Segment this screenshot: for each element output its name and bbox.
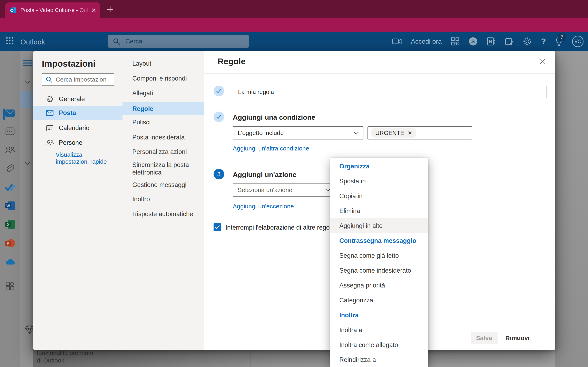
condition-select[interactable]: L'oggetto include (233, 126, 363, 140)
settings-search-input[interactable] (55, 76, 107, 83)
menu-group-organizza: Organizza (330, 159, 428, 174)
stop-processing-checkbox[interactable] (214, 223, 221, 231)
section-inoltro[interactable]: Inoltro (132, 196, 200, 203)
word-icon[interactable]: W (5, 201, 15, 211)
condition-section-label: Aggiungi una condizione (233, 113, 315, 121)
section-risposte-automatiche[interactable]: Risposte automatiche (132, 210, 200, 218)
hamburger-icon[interactable] (23, 60, 33, 66)
menu-item-segna-letto[interactable]: Segna come già letto (330, 248, 428, 263)
menu-item-copia-in[interactable]: Copia in (330, 189, 428, 203)
gear-icon (46, 95, 53, 103)
chevron-down-icon (354, 132, 359, 134)
menu-item-reindirizza-a[interactable]: Reindirizza a (330, 352, 428, 367)
step-number-badge: 3 (214, 169, 224, 179)
powerpoint-icon[interactable]: P (5, 238, 15, 248)
section-layout[interactable]: Layout (132, 60, 200, 67)
settings-dialog: Impostazioni Generale Posta Calendario (33, 51, 555, 350)
chevron-down-icon[interactable] (25, 80, 30, 83)
outlook-wordmark[interactable]: Outlook (20, 38, 45, 46)
new-tab-button[interactable] (106, 5, 114, 13)
rule-name-field[interactable] (233, 86, 547, 98)
section-sincronizza[interactable]: Sincronizza la posta elettronica (132, 161, 200, 176)
section-posta-indesiderata[interactable]: Posta indesiderata (132, 134, 200, 141)
skype-icon[interactable]: S (468, 37, 478, 46)
condition-chip[interactable]: URGENTE (371, 128, 416, 138)
category-label: Persone (59, 139, 82, 146)
selected-folder-dimmed (20, 91, 33, 108)
help-icon[interactable]: ? (541, 37, 546, 46)
section-gestione-messaggi[interactable]: Gestione messaggi (132, 181, 200, 189)
svg-text:P: P (7, 241, 9, 245)
outlook-favicon-icon (9, 6, 17, 14)
sign-in-link[interactable]: Accedi ora (411, 38, 442, 45)
section-personalizza-azioni[interactable]: Personalizza azioni (132, 148, 200, 156)
qr-code-icon[interactable] (451, 37, 459, 46)
menu-item-elimina[interactable]: Elimina (330, 203, 428, 218)
condition-select-value: L'oggetto include (238, 129, 284, 136)
onedrive-icon[interactable] (5, 257, 15, 267)
mail-sections-column: Layout Componi e rispondi Allegati Regol… (122, 51, 204, 350)
close-icon[interactable] (536, 56, 548, 67)
onenote-icon[interactable]: N (487, 37, 496, 46)
rules-title: Regole (218, 57, 246, 66)
addins-icon[interactable] (5, 281, 15, 291)
tab-title: Posta - Video Cultur-e - Outloo (20, 7, 91, 13)
people-icon[interactable] (5, 145, 15, 155)
gear-icon[interactable] (523, 37, 532, 46)
menu-item-inoltra-a[interactable]: Inoltra a (330, 323, 428, 337)
condition-value-field[interactable]: URGENTE (367, 126, 472, 140)
chip-remove-icon[interactable] (408, 131, 412, 135)
add-exception-link[interactable]: Aggiungi un'eccezione (233, 203, 294, 210)
action-select[interactable]: Seleziona un'azione (233, 184, 335, 197)
menu-item-sposta-in[interactable]: Sposta in (330, 174, 428, 189)
section-componi[interactable]: Componi e rispondi (132, 75, 200, 82)
account-avatar[interactable]: VC (572, 36, 584, 47)
rule-name-input[interactable] (238, 89, 524, 96)
todo-icon[interactable] (505, 37, 514, 46)
browser-tab[interactable]: Posta - Video Cultur-e - Outloo (5, 2, 100, 18)
remove-button[interactable]: Rimuovi (502, 332, 533, 344)
settings-category-posta[interactable]: Posta (33, 106, 122, 120)
search-icon (113, 38, 120, 45)
settings-nav-column: Impostazioni Generale Posta Calendario (33, 51, 122, 350)
add-condition-link[interactable]: Aggiungi un'altra condizione (233, 145, 309, 152)
settings-category-calendario[interactable]: Calendario (33, 121, 122, 135)
todo-check-icon[interactable] (5, 182, 15, 192)
section-regole[interactable]: Regole (132, 105, 153, 113)
rail-divider (5, 277, 15, 277)
action-section-label: Aggiungi un'azione (233, 171, 296, 179)
tab-close-icon[interactable] (91, 8, 96, 13)
meet-camera-icon[interactable] (392, 37, 402, 45)
category-label: Calendario (59, 124, 89, 132)
settings-search-box[interactable] (42, 73, 114, 86)
page-right-dimmed (555, 51, 588, 367)
header-search-box[interactable]: Cerca (108, 35, 249, 48)
excel-icon[interactable]: X (5, 219, 15, 230)
header-actions: Accedi ora S N ? 7 VC (392, 34, 584, 49)
category-label: Posta (59, 109, 76, 117)
settings-category-generale[interactable]: Generale (33, 92, 122, 106)
whats-new-lightbulb-icon[interactable]: 7 (555, 36, 563, 46)
browser-toolbar: outlook.live.com/mail/0/options/mail/rul… (0, 18, 588, 32)
attachments-icon[interactable] (5, 164, 15, 174)
svg-text:W: W (6, 204, 10, 208)
save-button[interactable]: Salva (471, 332, 498, 344)
mail-icon[interactable] (5, 108, 15, 118)
chevron-down-icon[interactable] (25, 161, 30, 165)
svg-text:N: N (489, 39, 492, 44)
menu-group-inoltra: Inoltra (330, 308, 428, 323)
stop-processing-label[interactable]: Interrompi l'elaborazione di altre regol… (225, 224, 335, 231)
section-pulisci[interactable]: Pulisci (132, 119, 200, 126)
quick-settings-link[interactable]: Visualizza impostazioni rapide (56, 151, 109, 165)
menu-item-assegna-priorita[interactable]: Assegna priorità (330, 278, 428, 293)
app-launcher-icon[interactable] (5, 36, 14, 45)
menu-item-aggiungi-in-alto[interactable]: Aggiungi in alto (330, 218, 428, 233)
menu-item-categorizza[interactable]: Categorizza (330, 293, 428, 308)
calendar-icon[interactable] (5, 126, 15, 136)
settings-category-persone[interactable]: Persone (33, 136, 122, 150)
rule-name-valid-check (214, 86, 224, 96)
menu-item-segna-indesiderato[interactable]: Segna come indesiderato (330, 263, 428, 278)
chip-label: URGENTE (375, 130, 404, 136)
menu-item-inoltra-allegato[interactable]: Inoltra come allegato (330, 337, 428, 352)
section-allegati[interactable]: Allegati (132, 90, 200, 97)
